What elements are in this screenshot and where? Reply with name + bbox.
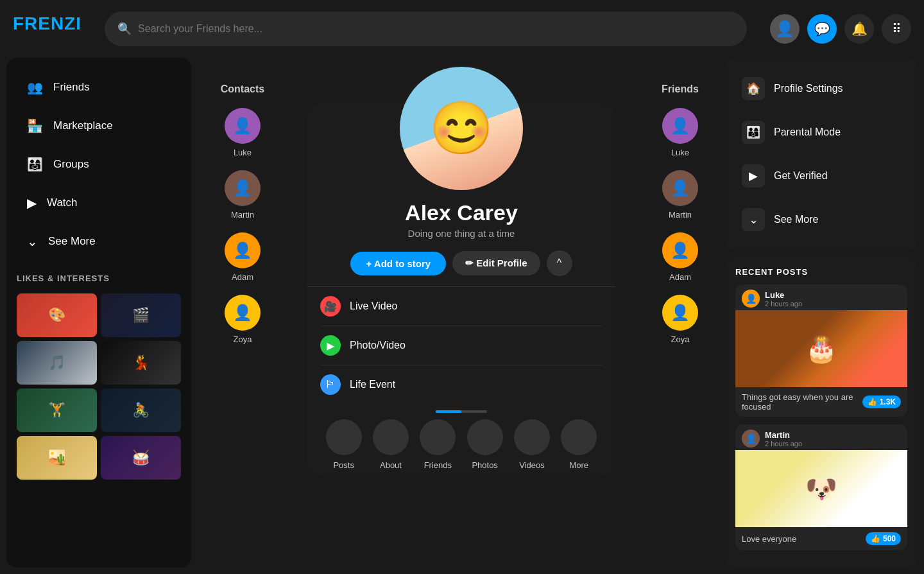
logo: FRENZI	[13, 13, 81, 34]
post-card-1: 👤 Luke 2 hours ago 🎂 Things got easy whe…	[735, 284, 907, 417]
tab-label-videos: Videos	[519, 460, 545, 470]
center-content: Contacts 👤 Luke 👤 Martin 👤 Adam 👤 Zoya	[198, 58, 725, 568]
life-event-option[interactable]: 🏳 Life Event	[320, 365, 603, 404]
settings-item-verified[interactable]: ▶ Get Verified	[735, 155, 907, 196]
friend-name: Martin	[669, 210, 692, 220]
interest-item[interactable]: 🏜️	[17, 436, 97, 480]
photo-video-option[interactable]: ▶ Photo/Video	[320, 326, 603, 365]
friend-item-martin[interactable]: 👤 Martin	[662, 170, 698, 220]
recent-posts-panel: RECENT POSTS 👤 Luke 2 hours ago 🎂 Things…	[725, 257, 918, 568]
contact-item-adam[interactable]: 👤 Adam	[225, 232, 261, 282]
live-video-label: Live Video	[350, 300, 397, 312]
tab-circle	[373, 419, 409, 455]
contact-avatar: 👤	[225, 108, 261, 144]
profile-avatar: 😊	[397, 64, 526, 193]
messenger-button[interactable]: 💬	[807, 14, 837, 44]
collapse-button[interactable]: ^	[547, 250, 572, 276]
tab-label-posts: Posts	[333, 460, 354, 470]
tab-circle	[420, 419, 456, 455]
contact-name: Adam	[232, 272, 253, 282]
user-avatar[interactable]: 👤	[770, 14, 800, 44]
get-verified-icon: ▶	[742, 164, 765, 187]
live-video-icon: 🎥	[320, 296, 341, 317]
tab-label-more: More	[569, 460, 588, 470]
interest-item[interactable]: 🎬	[101, 293, 181, 337]
topbar-right: 👤 💬 🔔 ⠿	[770, 14, 911, 44]
search-icon: 🔍	[117, 22, 132, 36]
interest-item[interactable]: 🎵	[17, 341, 97, 385]
post-author-name: Luke	[765, 290, 802, 300]
thumbs-up-icon: 👍	[868, 397, 877, 406]
post-author-row: 👤 Martin 2 hours ago	[735, 424, 907, 450]
grid-menu-button[interactable]: ⠿	[882, 14, 911, 44]
settings-item-profile[interactable]: 🏠 Profile Settings	[735, 68, 907, 109]
sidebar-item-see-more[interactable]: ⌄ See More	[17, 225, 181, 258]
friend-avatar: 👤	[662, 108, 698, 144]
see-more-label: See More	[774, 214, 818, 225]
grid-icon: ⠿	[892, 21, 902, 37]
likes-interests-title: LIKES & INTERESTS	[17, 274, 181, 283]
post-card-footer: Things got easy when you are focused 👍 1…	[735, 387, 907, 417]
tab-circle	[467, 419, 503, 455]
post-card-footer: Love everyone 👍 500	[735, 527, 907, 550]
post-text: Things got easy when you are focused	[742, 392, 862, 412]
tab-photos[interactable]: Photos	[467, 419, 503, 470]
sidebar-item-friends[interactable]: 👥 Friends	[17, 71, 181, 104]
tab-more[interactable]: More	[561, 419, 597, 470]
get-verified-label: Get Verified	[774, 170, 828, 182]
interest-item[interactable]: 🚴	[101, 388, 181, 432]
friends-icon: 👥	[27, 80, 43, 95]
search-bar[interactable]: 🔍	[105, 12, 747, 46]
settings-panel: 🏠 Profile Settings 👨‍👩‍👦 Parental Mode ▶…	[725, 58, 918, 250]
settings-item-see-more[interactable]: ⌄ See More	[735, 199, 907, 240]
contact-avatar: 👤	[225, 232, 261, 268]
messenger-icon: 💬	[814, 21, 830, 37]
tab-friends[interactable]: Friends	[420, 419, 456, 470]
search-input[interactable]	[138, 23, 734, 35]
add-story-button[interactable]: + Add to story	[350, 252, 446, 275]
post-image: 🎂	[735, 310, 907, 387]
interest-item[interactable]: 🏋️	[17, 388, 97, 432]
interest-item[interactable]: 🎨	[17, 293, 97, 337]
profile-actions: + Add to story ✏ Edit Profile ^	[350, 250, 572, 276]
see-more-icon: ⌄	[742, 208, 765, 231]
contact-avatar: 👤	[225, 170, 261, 206]
live-video-option[interactable]: 🎥 Live Video	[320, 287, 603, 326]
post-author-avatar: 👤	[742, 290, 760, 308]
tab-circle	[514, 419, 550, 455]
sidebar-item-watch[interactable]: ▶ Watch	[17, 186, 181, 220]
groups-icon: 👨‍👩‍👧	[27, 157, 43, 172]
post-image: 🐶	[735, 450, 907, 527]
contact-item-luke[interactable]: 👤 Luke	[225, 108, 261, 157]
interest-item[interactable]: 💃	[101, 341, 181, 385]
sidebar-item-marketplace[interactable]: 🏪 Marketplace	[17, 109, 181, 143]
sidebar-item-groups[interactable]: 👨‍👩‍👧 Groups	[17, 148, 181, 181]
post-time: 2 hours ago	[765, 440, 802, 448]
contact-name: Martin	[231, 210, 254, 220]
tab-videos[interactable]: Videos	[514, 419, 550, 470]
life-event-label: Life Event	[350, 379, 395, 390]
friend-item-zoya[interactable]: 👤 Zoya	[662, 295, 698, 344]
friend-name: Luke	[671, 148, 689, 157]
edit-profile-button[interactable]: ✏ Edit Profile	[452, 251, 540, 275]
right-sidebar: 🏠 Profile Settings 👨‍👩‍👦 Parental Mode ▶…	[725, 58, 918, 568]
contact-item-zoya[interactable]: 👤 Zoya	[225, 295, 261, 344]
tab-posts[interactable]: Posts	[326, 419, 362, 470]
contact-name: Zoya	[234, 335, 252, 344]
contact-item-martin[interactable]: 👤 Martin	[225, 170, 261, 220]
friend-item-luke[interactable]: 👤 Luke	[662, 108, 698, 157]
interest-grid: 🎨 🎬 🎵 💃 🏋️ 🚴 🏜️ 🥁	[17, 293, 181, 480]
friend-name: Zoya	[671, 335, 690, 344]
interest-item[interactable]: 🥁	[101, 436, 181, 480]
friend-avatar: 👤	[662, 295, 698, 331]
bell-icon: 🔔	[851, 21, 868, 37]
notifications-button[interactable]: 🔔	[844, 14, 874, 44]
friend-item-adam[interactable]: 👤 Adam	[662, 232, 698, 282]
settings-item-parental[interactable]: 👨‍👩‍👦 Parental Mode	[735, 112, 907, 153]
contact-name: Luke	[234, 148, 252, 157]
marketplace-icon: 🏪	[27, 118, 43, 134]
tab-about[interactable]: About	[373, 419, 409, 470]
parental-mode-icon: 👨‍👩‍👦	[742, 121, 765, 144]
left-sidebar: 👥 Friends 🏪 Marketplace 👨‍👩‍👧 Groups ▶ W…	[6, 58, 191, 568]
main-layout: 👥 Friends 🏪 Marketplace 👨‍👩‍👧 Groups ▶ W…	[0, 58, 924, 574]
